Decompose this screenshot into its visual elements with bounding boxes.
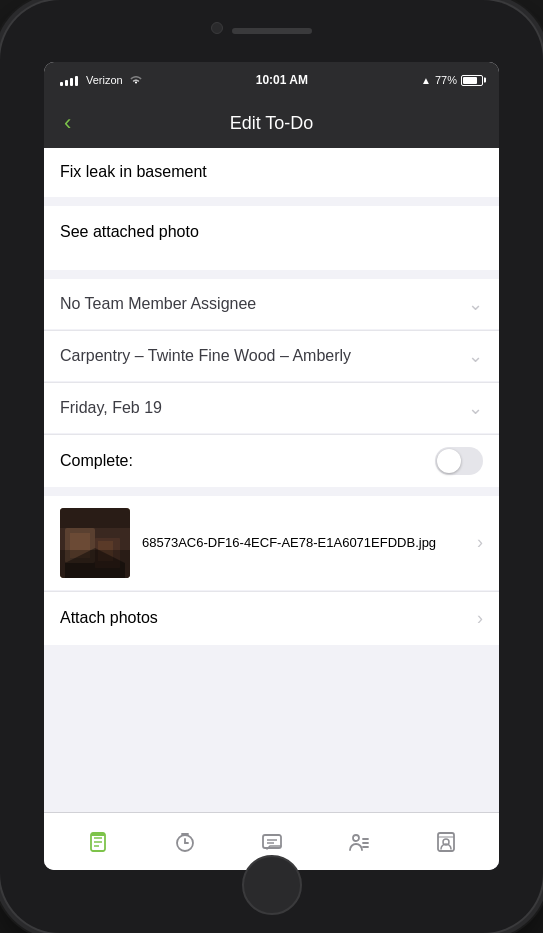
signal-bar-2 bbox=[65, 80, 68, 86]
assignee-label: No Team Member Assignee bbox=[60, 295, 256, 313]
timer-icon bbox=[173, 830, 197, 854]
photo-filename: 68573AC6-DF16-4ECF-AE78-E1A6071EFDDB.jpg bbox=[142, 535, 465, 550]
complete-row: Complete: bbox=[44, 435, 499, 487]
tab-todo[interactable] bbox=[54, 813, 141, 870]
attach-photos-row[interactable]: Attach photos › bbox=[44, 592, 499, 645]
divider-2 bbox=[44, 271, 499, 279]
todo-icon bbox=[86, 830, 110, 854]
date-row[interactable]: Friday, Feb 19 ⌄ bbox=[44, 383, 499, 433]
contacts-icon bbox=[434, 830, 458, 854]
signal-bar-1 bbox=[60, 82, 63, 86]
phone-speaker bbox=[232, 28, 312, 34]
signal-bar-3 bbox=[70, 78, 73, 86]
signal-bars bbox=[60, 74, 78, 86]
description-field[interactable]: See attached photo bbox=[44, 206, 499, 270]
assignee-chevron-icon: ⌄ bbox=[468, 293, 483, 315]
phone-camera bbox=[211, 22, 223, 34]
tab-team[interactable] bbox=[315, 813, 402, 870]
title-section: Fix leak in basement bbox=[44, 148, 499, 197]
svg-marker-5 bbox=[65, 548, 125, 578]
divider-6 bbox=[44, 488, 499, 496]
assignee-row[interactable]: No Team Member Assignee ⌄ bbox=[44, 279, 499, 329]
complete-label: Complete: bbox=[60, 452, 133, 470]
photo-row[interactable]: 68573AC6-DF16-4ECF-AE78-E1A6071EFDDB.jpg… bbox=[60, 508, 483, 578]
complete-section: Complete: bbox=[44, 435, 499, 487]
photo-thumbnail-image bbox=[60, 508, 130, 578]
phone-frame: Verizon 10:01 AM ▲ 77% ‹ bbox=[0, 0, 543, 933]
carrier-label: Verizon bbox=[86, 74, 123, 86]
home-button[interactable] bbox=[242, 855, 302, 915]
title-field[interactable]: Fix leak in basement bbox=[44, 148, 499, 197]
tab-timer[interactable] bbox=[141, 813, 228, 870]
attach-chevron-icon: › bbox=[477, 608, 483, 629]
svg-rect-6 bbox=[60, 508, 130, 528]
description-section: See attached photo bbox=[44, 206, 499, 270]
assignee-section: No Team Member Assignee ⌄ bbox=[44, 279, 499, 329]
date-section: Friday, Feb 19 ⌄ bbox=[44, 383, 499, 433]
svg-rect-2 bbox=[70, 533, 90, 558]
svg-rect-4 bbox=[98, 541, 113, 561]
category-chevron-icon: ⌄ bbox=[468, 345, 483, 367]
category-row[interactable]: Carpentry – Twinte Fine Wood – Amberly ⌄ bbox=[44, 331, 499, 381]
attach-photos-label: Attach photos bbox=[60, 609, 158, 627]
battery-icon bbox=[461, 75, 483, 86]
complete-toggle[interactable] bbox=[435, 447, 483, 475]
svg-rect-11 bbox=[91, 833, 105, 836]
date-label: Friday, Feb 19 bbox=[60, 399, 162, 417]
battery-fill bbox=[463, 77, 477, 84]
battery-text: 77% bbox=[435, 74, 457, 86]
status-right: ▲ 77% bbox=[421, 74, 483, 86]
wifi-icon bbox=[129, 74, 143, 87]
nav-bar: ‹ Edit To-Do bbox=[44, 98, 499, 148]
category-label: Carpentry – Twinte Fine Wood – Amberly bbox=[60, 347, 351, 365]
status-left: Verizon bbox=[60, 74, 143, 87]
category-section: Carpentry – Twinte Fine Wood – Amberly ⌄ bbox=[44, 331, 499, 381]
date-chevron-icon: ⌄ bbox=[468, 397, 483, 419]
team-icon bbox=[347, 830, 371, 854]
status-time: 10:01 AM bbox=[256, 73, 308, 87]
status-bar: Verizon 10:01 AM ▲ 77% bbox=[44, 62, 499, 98]
signal-bar-4 bbox=[75, 76, 78, 86]
toggle-knob bbox=[437, 449, 461, 473]
location-icon: ▲ bbox=[421, 75, 431, 86]
phone-screen: Verizon 10:01 AM ▲ 77% ‹ bbox=[44, 62, 499, 870]
photo-section: 68573AC6-DF16-4ECF-AE78-E1A6071EFDDB.jpg… bbox=[44, 496, 499, 590]
back-button[interactable]: ‹ bbox=[64, 110, 94, 136]
svg-point-20 bbox=[353, 835, 359, 841]
messages-icon bbox=[260, 830, 284, 854]
content-area: Fix leak in basement See attached photo … bbox=[44, 148, 499, 812]
title-value: Fix leak in basement bbox=[60, 162, 207, 183]
divider-1 bbox=[44, 198, 499, 206]
description-value: See attached photo bbox=[60, 222, 199, 243]
photo-chevron-icon: › bbox=[477, 532, 483, 553]
nav-title: Edit To-Do bbox=[230, 113, 314, 134]
tab-contacts[interactable] bbox=[402, 813, 489, 870]
photo-thumbnail bbox=[60, 508, 130, 578]
